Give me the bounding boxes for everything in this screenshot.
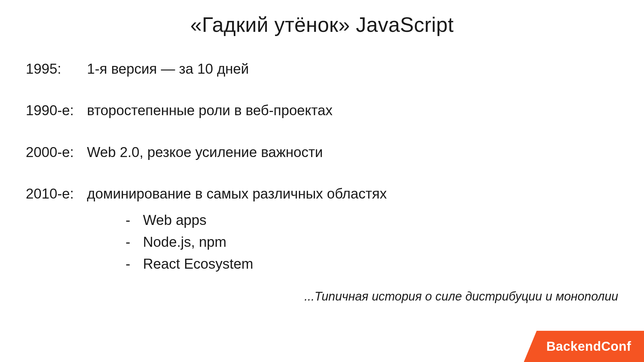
timeline-year: 2000-е: xyxy=(26,143,87,162)
timeline-row: 1990-е: второстепенные роли в веб-проект… xyxy=(26,101,618,120)
timeline-desc-block: Web 2.0, резкое усиление важности xyxy=(87,143,618,162)
list-item-text: Node.js, npm xyxy=(143,231,226,253)
timeline-desc-block: второстепенные роли в веб-проектах xyxy=(87,101,618,120)
timeline-year: 1990-е: xyxy=(26,101,87,120)
list-item-text: Web apps xyxy=(143,209,206,231)
dash-icon: - xyxy=(126,231,131,253)
timeline-desc: 1-я версия — за 10 дней xyxy=(87,59,618,78)
list-item: - React Ecosystem xyxy=(126,253,618,275)
list-item-text: React Ecosystem xyxy=(143,253,253,275)
slide-title: «Гадкий утёнок» JavaScript xyxy=(26,13,618,37)
timeline-desc: Web 2.0, резкое усиление важности xyxy=(87,143,618,162)
timeline-sublist: - Web apps - Node.js, npm - React Ecosys… xyxy=(87,209,618,275)
list-item: - Web apps xyxy=(126,209,618,231)
timeline-year: 1995: xyxy=(26,59,87,78)
timeline-row: 1995: 1-я версия — за 10 дней xyxy=(26,59,618,78)
timeline-row: 2000-е: Web 2.0, резкое усиление важност… xyxy=(26,143,618,162)
timeline-desc-block: 1-я версия — за 10 дней xyxy=(87,59,618,78)
timeline-row: 2010-е: доминирование в самых различных … xyxy=(26,184,618,275)
dash-icon: - xyxy=(126,209,131,231)
dash-icon: - xyxy=(126,253,131,275)
timeline-rows: 1995: 1-я версия — за 10 дней 1990-е: вт… xyxy=(26,59,618,275)
conference-badge: BackendConf xyxy=(524,331,644,362)
footnote: ...Типичная история о силе дистрибуции и… xyxy=(304,290,618,303)
timeline-desc: доминирование в самых различных областях xyxy=(87,184,618,203)
timeline-desc-block: доминирование в самых различных областях… xyxy=(87,184,618,275)
timeline-desc: второстепенные роли в веб-проектах xyxy=(87,101,618,120)
list-item: - Node.js, npm xyxy=(126,231,618,253)
timeline-year: 2010-е: xyxy=(26,184,87,203)
slide: «Гадкий утёнок» JavaScript 1995: 1-я вер… xyxy=(0,0,644,362)
